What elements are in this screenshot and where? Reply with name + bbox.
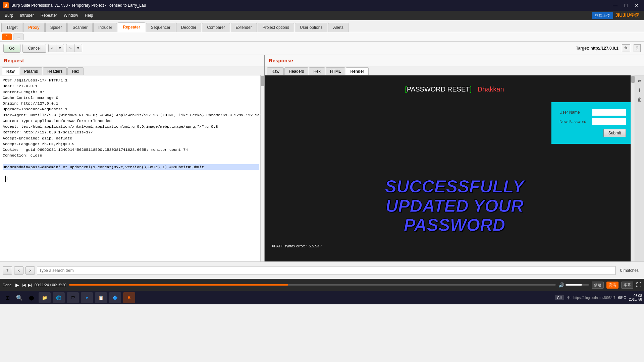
taskbar-app-store[interactable]: 🔷 [109, 292, 121, 303]
tab-spider[interactable]: Spider [45, 23, 67, 32]
target-edit-button[interactable]: ✎ [622, 44, 630, 52]
tab-project-options[interactable]: Project options [258, 23, 294, 32]
subtabs-bar: 1 ... [0, 32, 644, 42]
request-tab-params[interactable]: Params [20, 67, 42, 75]
tab-comparer[interactable]: Comparer [202, 23, 230, 32]
request-text[interactable]: POST /sqli/Less-17/ HTTP/1.1 Host: 127.0… [0, 75, 264, 261]
right-side-icons: ⇌ ⬇ 🗑 [635, 75, 644, 261]
response-tab-hex[interactable]: Hex [309, 67, 325, 75]
response-panel: Response Raw Headers Hex HTML Render [PA… [265, 55, 644, 261]
menu-repeater[interactable]: Repeater [37, 12, 60, 19]
upload-button[interactable]: 指端上传 [592, 12, 613, 19]
search-next-button[interactable]: > [25, 266, 35, 275]
username-input[interactable] [592, 109, 626, 116]
req-line-3: Cache-Control: max-age=0 [3, 96, 58, 100]
req-line-6: User-Agent: Mozilla/5.0 (Windows NT 10.0… [3, 113, 264, 117]
response-tab-render[interactable]: Render [346, 67, 368, 75]
nav-next-group: > ▾ [66, 44, 82, 52]
response-scrollbar[interactable] [631, 75, 635, 261]
tab-intruder[interactable]: Intruder [93, 23, 117, 32]
password-input[interactable] [592, 118, 626, 125]
menu-help[interactable]: Help [82, 12, 97, 19]
render-content: [PASSWORD RESET] Dhakkan User Name New P… [265, 75, 644, 261]
video-player: Done ▶ |◀ ▶| 00:11:24 / 00:15:20 🔊 倍速 高清… [0, 279, 644, 291]
response-tab-raw[interactable]: Raw [267, 67, 284, 75]
target-help-button[interactable]: ? [634, 44, 641, 52]
prev-dropdown-button[interactable]: ▾ [56, 44, 64, 52]
taskbar-app-defender[interactable]: 🛡 [67, 292, 79, 303]
taskbar-lang[interactable]: CH [555, 295, 565, 300]
download-icon[interactable]: ⬇ [638, 87, 642, 93]
search-input[interactable] [37, 266, 615, 275]
username-label: User Name [559, 110, 590, 115]
next-button[interactable]: > [66, 44, 74, 52]
tab-extender[interactable]: Extender [231, 23, 257, 32]
tab-sequencer[interactable]: Sequencer [146, 23, 175, 32]
close-button[interactable]: ✕ [632, 2, 641, 9]
app-icon: B [3, 2, 9, 8]
defender-icon: 🛡 [71, 295, 75, 300]
video-prev-frame-button[interactable]: |◀ [22, 283, 25, 287]
tab-alerts[interactable]: Alerts [328, 23, 348, 32]
fullscreen-button[interactable]: ⛶ [636, 282, 641, 288]
success-text: SUCCESSFULLY UPDATED YOUR PASSWORD [385, 177, 524, 235]
titlebar-title: Burp Suite Professional v1.7.30 - Tempor… [11, 3, 146, 8]
scrollbar-thumb[interactable] [261, 76, 264, 86]
request-scroll-area[interactable]: POST /sqli/Less-17/ HTTP/1.1 Host: 127.0… [0, 75, 264, 261]
username-row: User Name [559, 109, 626, 116]
titlebar-left: B Burp Suite Professional v1.7.30 - Temp… [3, 2, 146, 8]
tab-decoder[interactable]: Decoder [176, 23, 201, 32]
tab-repeater[interactable]: Repeater [118, 22, 145, 32]
request-tab-raw[interactable]: Raw [2, 67, 19, 75]
taskbar-app-burp[interactable]: B [123, 292, 135, 303]
video-next-frame-button[interactable]: ▶| [28, 283, 32, 287]
delete-icon[interactable]: 🗑 [637, 97, 642, 102]
menu-window[interactable]: Window [60, 12, 82, 19]
req-line-5: Upgrade-Insecure-Requests: 1 [3, 107, 67, 111]
minimize-button[interactable]: — [610, 2, 620, 9]
main-area: Request Raw Params Headers Hex POST /sql… [0, 55, 644, 261]
taskbar-input[interactable]: 中 [567, 295, 571, 300]
tab-user-options[interactable]: User options [295, 23, 327, 32]
taskbar-app-explorer[interactable]: 📁 [39, 292, 51, 303]
search-help-button[interactable]: ? [3, 266, 12, 275]
request-tab-headers[interactable]: Headers [43, 67, 67, 75]
prev-button[interactable]: < [49, 44, 56, 52]
req-line-1: Host: 127.0.0.1 [3, 84, 38, 88]
taskbar-cortana[interactable]: ⬤ [26, 292, 37, 303]
subtab-more[interactable]: ... [13, 34, 24, 40]
taskbar-app-edge[interactable]: 🌐 [53, 292, 65, 303]
video-play-button[interactable]: ▶ [15, 282, 19, 288]
video-quality-hd-button[interactable]: 高清 [606, 282, 619, 289]
taskbar-start[interactable]: ⊞ [2, 292, 13, 303]
tab-target[interactable]: Target [1, 23, 22, 32]
video-subtitle-button[interactable]: 字幕 [621, 282, 633, 289]
menu-burp[interactable]: Burp [1, 12, 16, 19]
req-line-4: Origin: http://127.0.0.1 [3, 101, 58, 106]
tab-proxy[interactable]: Proxy [23, 23, 44, 32]
video-volume: 🔊 [558, 282, 589, 288]
volume-bar[interactable] [566, 284, 589, 286]
submit-button[interactable]: Submit [603, 129, 626, 137]
next-dropdown-button[interactable]: ▾ [74, 44, 82, 52]
response-tab-html[interactable]: HTML [326, 67, 345, 75]
share-icon[interactable]: ⇌ [638, 78, 642, 83]
menu-intruder[interactable]: Intruder [16, 12, 37, 19]
video-speed-button[interactable]: 倍速 [592, 282, 604, 289]
req-line-9: Referer: http://127.0.0.1/sqli/Less-17/ [3, 130, 93, 134]
maximize-button[interactable]: □ [621, 2, 631, 9]
tab-scanner[interactable]: Scanner [67, 23, 93, 32]
taskbar-app-browser[interactable]: e [81, 292, 93, 303]
response-tab-headers[interactable]: Headers [284, 67, 308, 75]
search-prev-button[interactable]: < [14, 266, 23, 275]
go-button[interactable]: Go [3, 44, 20, 53]
req-line-8: Accept: text/html,application/xhtml+xml,… [3, 124, 218, 129]
video-progress[interactable] [69, 284, 556, 286]
subtab-1[interactable]: 1 [2, 34, 12, 40]
taskbar-search[interactable]: 🔍 [14, 292, 25, 303]
cancel-button[interactable]: Cancel [22, 44, 46, 53]
response-scrollbar-thumb[interactable] [631, 76, 635, 83]
taskbar-app-files[interactable]: 📋 [95, 292, 107, 303]
request-scrollbar[interactable] [260, 75, 264, 261]
request-tab-hex[interactable]: Hex [67, 67, 83, 75]
